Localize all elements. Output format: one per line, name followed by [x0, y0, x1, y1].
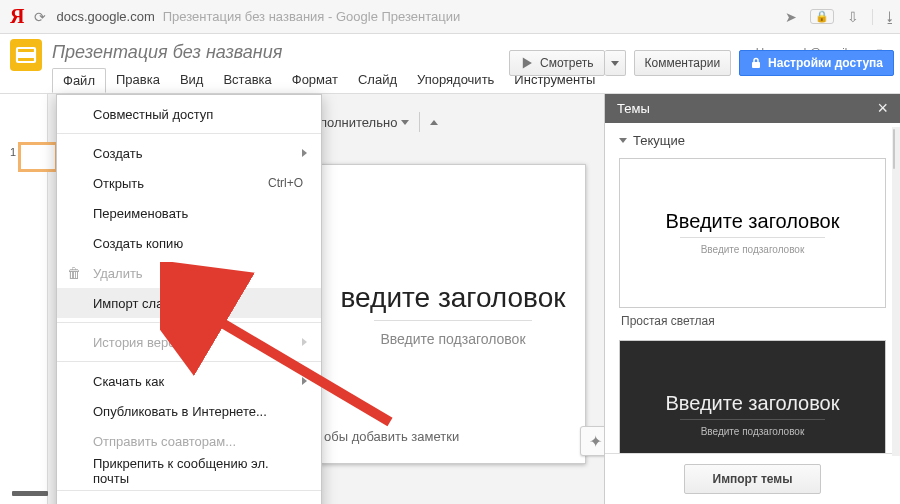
share-button[interactable]: Настройки доступа	[739, 50, 894, 76]
svg-rect-2	[17, 52, 35, 58]
themes-scrollbar[interactable]	[892, 127, 900, 456]
import-theme-button[interactable]: Импорт темы	[684, 464, 822, 494]
menu-item-email-collaborators: Отправить соавторам...	[57, 426, 321, 456]
slide-subtitle-placeholder[interactable]: Введите подзаголовок	[380, 331, 525, 347]
menu-bar: Файл Правка Вид Вставка Формат Слайд Упо…	[0, 66, 900, 94]
url-host: docs.google.com	[56, 9, 154, 24]
thumbnail-scroll-indicator	[12, 491, 48, 496]
theme-card-dark[interactable]: Введите заголовок Введите подзаголовок	[619, 340, 886, 453]
lock-icon	[750, 57, 762, 69]
submenu-arrow-icon	[302, 149, 307, 157]
play-icon	[520, 56, 534, 70]
svg-rect-3	[752, 62, 760, 68]
theme-name: Простая светлая	[621, 314, 886, 328]
present-dropdown[interactable]	[605, 50, 626, 76]
comments-button[interactable]: Комментарии	[634, 50, 732, 76]
menu-insert[interactable]: Вставка	[213, 68, 281, 91]
chevron-down-icon	[611, 61, 619, 66]
menu-item-new[interactable]: Создать	[57, 138, 321, 168]
slide-thumb-preview	[20, 144, 56, 170]
menu-item-version-history: История версий	[57, 327, 321, 357]
close-icon[interactable]: ×	[877, 98, 888, 119]
browser-chrome: Я ⟳ docs.google.com Презентация без назв…	[0, 0, 900, 34]
slide-number: 1	[10, 146, 16, 158]
slide-title-placeholder[interactable]: ведите заголовок	[341, 282, 566, 314]
yandex-logo: Я	[10, 5, 24, 28]
menu-format[interactable]: Формат	[282, 68, 348, 91]
menu-arrange[interactable]: Упорядочить	[407, 68, 504, 91]
present-button[interactable]: Смотреть	[509, 50, 605, 76]
menu-item-download-as[interactable]: Скачать как	[57, 366, 321, 396]
menu-item-publish[interactable]: Опубликовать в Интернете...	[57, 396, 321, 426]
lock-icon[interactable]: 🔒	[810, 9, 834, 24]
file-menu-dropdown: Совместный доступ Создать ОткрытьCtrl+O …	[56, 94, 322, 504]
slide-thumbnail-1[interactable]: 1	[10, 144, 56, 170]
themes-header: Темы ×	[605, 94, 900, 123]
menu-item-attach-email[interactable]: Прикрепить к сообщению эл. почты	[57, 456, 321, 486]
menu-file[interactable]: Файл	[52, 68, 106, 93]
toolbar-overflow: полнительно	[320, 112, 438, 132]
trash-icon: 🗑	[67, 265, 81, 281]
slide-canvas[interactable]: ведите заголовок Введите подзаголовок	[320, 164, 586, 464]
reload-icon[interactable]: ⟳	[34, 9, 46, 25]
theme-card-light[interactable]: Введите заголовок Введите подзаголовок	[619, 158, 886, 308]
sparkle-icon: ✦	[589, 432, 602, 451]
themes-title: Темы	[617, 101, 650, 116]
download-icon[interactable]: ⭳	[872, 9, 890, 25]
menu-edit[interactable]: Правка	[106, 68, 170, 91]
present-button-group: Смотреть	[509, 50, 626, 76]
menu-slide[interactable]: Слайд	[348, 68, 407, 91]
address-bar[interactable]: docs.google.com Презентация без названия…	[56, 9, 460, 24]
chevron-down-icon	[401, 120, 409, 125]
themes-section-current[interactable]: Текущие	[605, 123, 900, 152]
tab-title: Презентация без названия - Google Презен…	[163, 9, 460, 24]
chevron-up-icon[interactable]	[430, 120, 438, 125]
menu-item-import-slides[interactable]: Импорт слайдов...	[57, 288, 321, 318]
menu-item-doc-info[interactable]: Информация о документе	[57, 495, 321, 504]
menu-item-open[interactable]: ОткрытьCtrl+O	[57, 168, 321, 198]
menu-item-share[interactable]: Совместный доступ	[57, 99, 321, 129]
menu-item-delete: 🗑Удалить	[57, 258, 321, 288]
document-title[interactable]: Презентация без названия	[52, 42, 282, 63]
speaker-notes-hint[interactable]: обы добавить заметки	[324, 429, 459, 444]
submenu-arrow-icon	[302, 338, 307, 346]
menu-item-rename[interactable]: Переименовать	[57, 198, 321, 228]
chevron-down-icon	[619, 138, 627, 143]
themes-panel: Темы × Текущие Введите заголовок Введите…	[604, 94, 900, 504]
send-icon[interactable]: ➤	[782, 9, 800, 25]
menu-view[interactable]: Вид	[170, 68, 214, 91]
menu-item-make-copy[interactable]: Создать копию	[57, 228, 321, 258]
bookmark-icon[interactable]: ⇩	[844, 9, 862, 25]
submenu-arrow-icon	[302, 377, 307, 385]
